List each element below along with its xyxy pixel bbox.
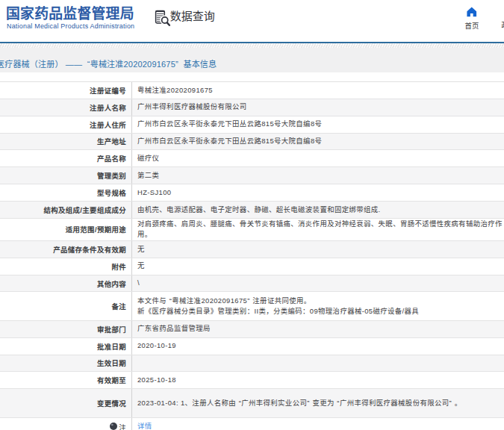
row-label: 产品储存条件及有效期 — [0, 241, 132, 258]
row-value: 广州丰得利医疗器械股份有限公司 — [132, 99, 504, 116]
row-value-text: 第二类 — [137, 170, 159, 181]
nav-gov-affairs[interactable]: 政务 — [502, 16, 504, 29]
row-label: 生产地址 — [0, 134, 132, 150]
table-row: 变更情况 2023-01-04: 1、注册人名称由“广州丰得利实业公司”变更为“… — [0, 389, 504, 418]
row-value-text: 无 — [137, 244, 145, 255]
table-row: 适用范围/预期用途 对肩颈疼痛、肩周炎、腰腿痛、骨关节炎有镇痛、消炎作用及对神经… — [0, 219, 504, 241]
row-label: 型号规格 — [0, 184, 132, 201]
row-value-text: 2025-10-18 — [137, 375, 176, 386]
row-value-text: 广州市白云区永平街永泰元下田丛云路815号大院自编8号 — [137, 136, 322, 147]
nav-gov-affairs-label: 政务 — [502, 21, 504, 29]
breadcrumb-bar: 医疗器械（注册） —— “粤械注准20202091675” 基本信息 — [0, 43, 504, 72]
row-label: 注册证编号 — [0, 82, 132, 99]
table-row: 注册人名称 广州丰得利医疗器械股份有限公司 — [0, 99, 504, 116]
row-value-text: 本文件与“粤械注准20202091675”注册证共同使用。 新《医疗器械分类目录… — [137, 296, 419, 317]
row-label: 注 — [0, 418, 132, 430]
home-icon — [467, 7, 477, 17]
row-value: HZ-SJ100 — [132, 184, 504, 201]
row-value: 2020-10-19 — [132, 338, 504, 355]
row-value-text: 详情 — [137, 421, 152, 430]
table-row: 有效期至 2025-10-18 — [0, 372, 504, 389]
row-value: 第二类 — [132, 167, 504, 184]
breadcrumb[interactable]: 医疗器械（注册） —— “粤械注准20202091675” 基本信息 — [0, 57, 217, 69]
row-value: 粤械注准20202091675 — [132, 82, 504, 99]
row-value: 本文件与“粤械注准20202091675”注册证共同使用。 新《医疗器械分类目录… — [132, 292, 504, 320]
row-value: 无 — [132, 241, 504, 258]
page: 国家药品监督管理局 National Medical Products Admi… — [0, 0, 504, 430]
row-label: 结构及组成/主要组成成分 — [0, 202, 132, 218]
note-dot-icon — [110, 423, 117, 430]
site-header: 国家药品监督管理局 National Medical Products Admi… — [0, 0, 504, 42]
row-value: 磁疗仪 — [132, 150, 504, 166]
row-value: 详情 — [132, 418, 504, 430]
table-row: 管理类别 第二类 — [0, 167, 504, 184]
table-row: 产品名称 磁疗仪 — [0, 150, 504, 167]
registration-info-table: 注册证编号 粤械注准20202091675 注册人名称 广州丰得利医疗器械股份有… — [0, 81, 504, 430]
row-label: 其他内容 — [0, 275, 132, 292]
row-label: 审批部门 — [0, 321, 132, 337]
row-value-text: 广州市白云区永平街永泰元下田丛云路815号大院自编8号 — [137, 119, 322, 130]
row-label: 批准日期 — [0, 338, 132, 355]
row-label: 注册人住所 — [0, 116, 132, 133]
table-row: 审批部门 广东省药品监督管理局 — [0, 321, 504, 338]
nmpa-logo-subtitle: National Medical Products Administration — [7, 22, 134, 30]
row-value-text: 广州丰得利医疗器械股份有限公司 — [137, 102, 247, 113]
row-label: 附件 — [0, 258, 132, 275]
row-value: 2025-10-18 — [132, 372, 504, 388]
table-row: 批准日期 2020-10-19 — [0, 338, 504, 355]
row-label: 管理类别 — [0, 167, 132, 184]
table-row: 产品储存条件及有效期 无 — [0, 241, 504, 258]
table-row: 结构及组成/主要组成成分 由机壳、电源适配器、电子定时器、静磁、超长电磁波装置和… — [0, 202, 504, 219]
row-value: 对肩颈疼痛、肩周炎、腰腿痛、骨关节炎有镇痛、消炎作用及对神经衰弱、失眠、胃肠不适… — [132, 219, 504, 240]
table-row: 备注 本文件与“粤械注准20202091675”注册证共同使用。 新《医疗器械分… — [0, 292, 504, 320]
row-value-text: 无 — [137, 261, 145, 272]
table-row: 注册人住所 广州市白云区永平街永泰元下田丛云路815号大院自编8号 — [0, 116, 504, 134]
row-value: 广东省药品监督管理局 — [132, 321, 504, 337]
row-value-text: \ — [137, 278, 140, 289]
row-label: 产品名称 — [0, 150, 132, 166]
row-value-text: 广东省药品监督管理局 — [137, 323, 211, 334]
row-value-text: 由机壳、电源适配器、电子定时器、静磁、超长电磁波装置和固定绑带组成. — [137, 205, 381, 216]
row-value-text: 2020-10-19 — [137, 340, 176, 352]
nav-home-label: 首页 — [458, 22, 485, 30]
data-query-title[interactable]: 数据查询 — [170, 8, 215, 25]
row-value: 广州市白云区永平街永泰元下田丛云路815号大院自编8号 — [132, 116, 504, 133]
row-label: 变更情况 — [0, 389, 132, 417]
table-row: 注册证编号 粤械注准20202091675 — [0, 82, 504, 99]
row-label: 生效日期 — [0, 355, 132, 372]
table-row: 型号规格 HZ-SJ100 — [0, 184, 504, 202]
row-value-text: 对肩颈疼痛、肩周炎、腰腿痛、骨关节炎有镇痛、消炎作用及对神经衰弱、失眠、胃肠不适… — [137, 219, 503, 240]
row-label: 适用范围/预期用途 — [0, 219, 132, 240]
row-value: 无 — [132, 258, 504, 275]
row-label: 有效期至 — [0, 372, 132, 388]
row-value-text: HZ-SJ100 — [137, 187, 171, 199]
row-label: 注册人名称 — [0, 99, 132, 116]
banner-stripes — [0, 43, 504, 48]
table-row: 附件 无 — [0, 258, 504, 275]
row-value: 由机壳、电源适配器、电子定时器、静磁、超长电磁波装置和固定绑带组成. — [132, 202, 504, 218]
row-value — [132, 355, 504, 372]
document-search-icon — [154, 10, 171, 27]
table-row: 生产地址 广州市白云区永平街永泰元下田丛云路815号大院自编8号 — [0, 134, 504, 151]
row-value-text: 粤械注准20202091675 — [137, 85, 213, 96]
table-row: 生效日期 — [0, 355, 504, 373]
table-row: 其他内容 \ — [0, 275, 504, 293]
row-value-text: 磁疗仪 — [137, 153, 159, 164]
nmpa-logo-title[interactable]: 国家药品监督管理局 — [6, 4, 134, 23]
row-value: 2023-01-04: 1、注册人名称由“广州丰得利实业公司”变更为“广州丰得利… — [132, 389, 504, 417]
row-value-text: 2023-01-04: 1、注册人名称由“广州丰得利实业公司”变更为“广州丰得利… — [137, 398, 462, 409]
row-label: 备注 — [0, 292, 132, 320]
table-row: 注 详情 — [0, 418, 504, 430]
detail-link[interactable]: 详情 — [137, 422, 152, 430]
row-value: 广州市白云区永平街永泰元下田丛云路815号大院自编8号 — [132, 134, 504, 150]
row-value: \ — [132, 275, 504, 292]
nav-home[interactable]: 首页 — [458, 5, 485, 30]
